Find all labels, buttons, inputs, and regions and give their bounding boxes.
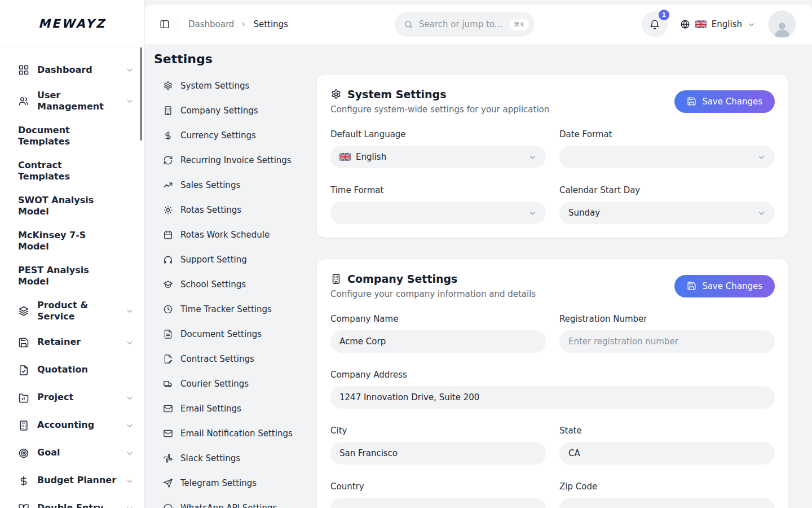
company-address-field: Company Address [330,370,775,409]
language-selector[interactable]: English [680,19,756,29]
chevron-down-icon [528,209,537,217]
breadcrumb-dashboard[interactable]: Dashboard [188,19,234,29]
settings-menu-item-courier-settings[interactable]: Courier Settings [163,375,316,392]
company-address-input[interactable] [330,386,775,409]
settings-menu-item-document-settings[interactable]: Document Settings [163,326,316,343]
settings-menu-item-support-setting[interactable]: Support Setting [163,251,316,268]
breadcrumb-settings: Settings [253,19,288,29]
settings-menu-item-telegram-settings[interactable]: Telegram Settings [163,475,316,492]
settings-menu-item-company-settings[interactable]: Company Settings [163,102,316,119]
headphones-icon [163,255,173,265]
settings-menu-item-email-settings[interactable]: Email Settings [163,400,316,417]
sidebar-nav: Dashboard User Management Document Templ… [0,47,144,508]
truck-icon [163,379,173,389]
sidebar-item-project[interactable]: Project [18,390,134,406]
company-name-field: Company Name [330,314,546,353]
folder-icon [18,392,29,404]
settings-menu-item-currency-settings[interactable]: Currency Settings [163,127,316,144]
settings-menu-item-contract-settings[interactable]: Contract Settings [163,351,316,367]
city-field: City [330,426,546,465]
save-icon [687,97,696,106]
card-title: Company Settings [347,273,457,285]
time-format-select[interactable] [330,202,546,224]
default-language-select[interactable]: English [330,146,546,168]
settings-menu-item-email-notification-settings[interactable]: Email Notification Settings [163,425,316,442]
settings-menu-item-system-settings[interactable]: System Settings [163,77,316,94]
trending-up-icon [163,180,173,190]
card-head-text: Company Settings Configure your company … [330,273,536,299]
settings-menu-item-recurring-invoice-settings[interactable]: Recurring Invoice Settings [163,152,316,169]
company-address-label: Company Address [330,370,775,380]
company-name-label: Company Name [330,314,546,324]
chevron-down-icon [757,209,766,217]
sidebar-item-mckinsey-7-s-model[interactable]: McKinsey 7-S Model [18,230,134,253]
chevron-down-icon [125,504,134,508]
company-name-input[interactable] [330,330,546,353]
mail-icon [163,404,173,414]
topbar: Dashboard Settings ⌘K 1 English [145,5,812,44]
users-icon [18,95,29,107]
sidebar-item-pest-analysis-model[interactable]: PEST Analysis Model [18,265,134,288]
sidebar-item-dashboard[interactable]: Dashboard [18,62,134,78]
building-icon [163,106,173,116]
date-format-field: Date Format [559,129,775,168]
search-bar[interactable]: ⌘K [395,12,535,37]
city-input[interactable] [330,442,546,465]
settings-menu-item-whatsapp-api-settings[interactable]: WhatsApp API Settings [163,500,316,508]
globe-icon [680,19,690,29]
search-input[interactable] [419,19,504,29]
chevron-right-icon [240,20,248,28]
sidebar-item-label: SWOT Analysis Model [18,195,100,218]
settings-menu-item-school-settings[interactable]: School Settings [163,276,316,293]
city-label: City [330,426,546,436]
file-check-icon [18,365,29,376]
settings-menu-item-slack-settings[interactable]: Slack Settings [163,450,316,467]
gear-icon [163,81,173,91]
sidebar-item-user-management[interactable]: User Management [18,90,134,113]
time-format-label: Time Format [330,185,546,195]
sidebar-toggle-button[interactable] [160,19,170,29]
topbar-left: Dashboard Settings [160,17,288,31]
user-avatar[interactable] [768,10,796,38]
notification-count-badge: 1 [659,10,669,20]
sidebar-item-swot-analysis-model[interactable]: SWOT Analysis Model [18,195,134,218]
date-format-select[interactable] [559,146,775,168]
content: Settings System Settings Company Setting… [145,44,812,508]
zip-code-input[interactable] [559,498,775,508]
sidebar-item-double-entry[interactable]: Double Entry [18,501,134,508]
calendar-start-day-select[interactable]: Sunday [559,202,775,224]
settings-menu-label: Courier Settings [180,379,249,389]
sidebar-item-contract-templates[interactable]: Contract Templates [18,160,134,183]
card-fields: Default Language English Date Format Tim… [330,129,775,224]
system-settings-card: System Settings Configure system-wide se… [316,74,789,238]
settings-menu-label: Email Settings [180,404,241,414]
settings-menu-item-rotas-work-schedule[interactable]: Rotas Work Schedule [163,226,316,243]
settings-menu-label: Telegram Settings [180,478,257,488]
save-changes-button[interactable]: Save Changes [674,275,775,297]
sidebar-item-retainer[interactable]: Retainer [18,335,134,351]
sidebar-item-document-templates[interactable]: Document Templates [18,125,134,148]
sidebar: MEWAYZ Dashboard User Management Documen… [0,0,145,508]
country-input[interactable] [330,498,546,508]
sidebar-item-budget-planner[interactable]: Budget Planner [18,473,134,489]
sidebar-item-goal[interactable]: Goal [18,445,134,461]
settings-menu-item-time-tracker-settings[interactable]: Time Tracker Settings [163,301,316,318]
dollar-icon [18,475,29,487]
notifications-button[interactable]: 1 [642,11,668,37]
breadcrumb: Dashboard Settings [188,19,288,29]
sidebar-scrollbar[interactable] [140,47,142,141]
settings-menu-label: Sales Settings [180,180,240,190]
settings-menu-item-sales-settings[interactable]: Sales Settings [163,177,316,194]
chevron-down-icon [125,393,134,402]
sidebar-item-product-service[interactable]: Product & Service [18,300,134,323]
save-changes-button[interactable]: Save Changes [674,90,775,113]
sidebar-item-quotation[interactable]: Quotation [18,362,134,378]
settings-menu-label: Currency Settings [180,130,256,141]
default-language-field: Default Language English [330,129,546,168]
settings-menu: System Settings Company Settings Currenc… [154,74,316,508]
settings-menu-item-rotas-settings[interactable]: Rotas Settings [163,202,316,218]
registration-number-input[interactable] [559,330,775,353]
state-input[interactable] [559,442,775,465]
settings-menu-label: Time Tracker Settings [180,304,272,314]
sidebar-item-accounting[interactable]: Accounting [18,418,134,433]
